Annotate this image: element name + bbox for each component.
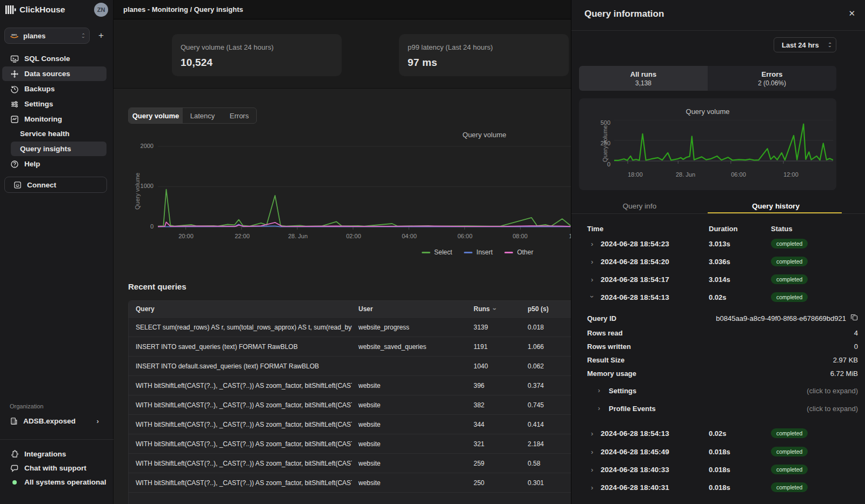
x-tick: 04:00 [394, 233, 424, 239]
tab-query-history[interactable]: Query history [708, 199, 844, 213]
toggle-all-runs[interactable]: All runs 3,138 [579, 66, 708, 91]
history-row[interactable]: › 2024-06-28 18:54:23 3.013s completed [571, 234, 865, 252]
x-tick: 12:00 [776, 171, 806, 178]
sidebar-item-data-sources[interactable]: Data sources [2, 66, 107, 81]
status-badge: completed [771, 274, 808, 284]
toggle-label: Errors [761, 70, 782, 78]
chevron-right-icon[interactable]: › [591, 239, 593, 247]
chevron-right-icon[interactable]: › [591, 275, 593, 283]
sidebar-item-label: Monitoring [24, 115, 62, 123]
query-information-panel: Query information ✕ Last 24 hrs ›› All r… [571, 0, 865, 504]
x-tick: 18:00 [620, 171, 650, 178]
stat-label: Query volume (Last 24 hours) [181, 43, 274, 51]
detail-row-profile-events[interactable]: › Profile Events (click to expand) [571, 401, 865, 415]
sidebar-item-service-health[interactable]: Service health [2, 126, 107, 141]
connect-button[interactable]: Connect [4, 177, 107, 193]
x-tick: 22:00 [227, 233, 257, 239]
history-row[interactable]: › 2024-06-28 18:40:31 0.018s completed [571, 478, 865, 496]
cell-runs: 3139 [474, 324, 488, 331]
tab-divider [571, 213, 865, 214]
y-tick: 250 [589, 140, 610, 146]
integrations-puzzle-icon [10, 449, 19, 459]
history-row[interactable]: › 2024-06-28 18:45:49 0.018s completed [571, 442, 865, 460]
cell-user: website [358, 421, 381, 428]
chart-legend: Select Insert Other [422, 248, 533, 256]
legend-label: Select [434, 248, 452, 256]
sidebar-item-monitoring[interactable]: Monitoring [2, 112, 107, 126]
detail-row-settings[interactable]: › Settings (click to expand) [571, 384, 865, 397]
detail-row-memory: Memory usage 6.72 MiB [571, 366, 865, 380]
toggle-value: 2 (0.06%) [758, 79, 786, 87]
history-time: 2024-06-28 18:40:31 [601, 483, 669, 491]
chevron-right-icon[interactable]: › [591, 429, 593, 437]
organization-item[interactable]: ADSB.exposed › [2, 414, 107, 428]
x-tick: 02:00 [338, 233, 369, 239]
mini-chart-card: Query volume Query volume 500 250 0 18:0… [579, 98, 836, 190]
chevron-right-icon[interactable]: › [591, 483, 593, 491]
cell-runs: 259 [474, 460, 484, 467]
tab-query-volume[interactable]: Query volume [129, 108, 183, 123]
cell-p50: 0.374 [528, 382, 544, 389]
sidebar-item-settings[interactable]: Settings [2, 97, 107, 111]
history-row-expanded[interactable]: › 2024-06-28 18:54:13 0.02s completed [571, 288, 865, 306]
settings-sliders-icon [10, 99, 19, 109]
legend-dash-other [504, 252, 513, 253]
recent-queries-title: Recent queries [128, 282, 187, 291]
tab-latency[interactable]: Latency [183, 108, 222, 123]
cell-p50: 0.745 [528, 401, 544, 409]
chevron-right-icon[interactable]: › [591, 447, 593, 455]
history-row[interactable]: › 2024-06-28 18:40:33 0.018s completed [571, 460, 865, 478]
chevron-down-icon[interactable]: › [588, 295, 596, 298]
cell-runs: 344 [474, 421, 484, 428]
tab-query-info[interactable]: Query info [571, 199, 708, 213]
chevron-right-icon[interactable]: › [591, 257, 593, 265]
sidebar-item-integrations[interactable]: Integrations [2, 447, 107, 461]
add-workspace-button[interactable]: + [94, 29, 108, 43]
history-col-time: Time [587, 225, 603, 233]
x-tick: 06:00 [450, 233, 480, 239]
cell-p50: 1.066 [528, 343, 544, 351]
close-icon[interactable]: ✕ [848, 9, 855, 18]
y-tick: 0 [130, 223, 154, 230]
sidebar-item-help[interactable]: Help [2, 157, 107, 171]
time-range-select[interactable]: Last 24 hrs ›› [774, 37, 836, 52]
chevron-right-icon[interactable]: › [591, 465, 593, 473]
legend-item-select[interactable]: Select [422, 248, 452, 256]
sidebar-item-label: Integrations [24, 450, 66, 458]
cell-query: SELECT sum(read_rows) AS r, sum(total_ro… [136, 324, 352, 331]
avatar[interactable]: ZN [94, 3, 108, 17]
history-time: 2024-06-28 18:45:49 [601, 447, 669, 455]
legend-item-insert[interactable]: Insert [464, 248, 493, 256]
detail-label: Rows written [587, 342, 631, 350]
cell-user: website [358, 401, 381, 409]
sidebar-item-system-status[interactable]: All systems operational [2, 475, 107, 489]
cell-query: WITH bitShiftLeft(CAST(?..), _CAST(?..))… [136, 479, 352, 487]
cell-query: WITH bitShiftLeft(CAST(?..), _CAST(?..))… [136, 421, 352, 428]
panel-title: Query information [584, 9, 664, 19]
workspace-selector[interactable]: aws planes ›› [4, 28, 90, 44]
col-runs[interactable]: Runs › [474, 305, 496, 313]
tab-errors[interactable]: Errors [222, 108, 256, 123]
history-row[interactable]: › 2024-06-28 18:54:17 3.014s completed [571, 270, 865, 288]
aws-icon: aws [10, 33, 18, 39]
history-time: 2024-06-28 18:54:20 [601, 257, 669, 265]
legend-item-other[interactable]: Other [504, 248, 533, 256]
history-row[interactable]: › 2024-06-28 18:54:13 0.02s completed [571, 424, 865, 442]
x-tick: 28. Jun [283, 233, 313, 239]
status-label: All systems operational [24, 478, 107, 486]
sidebar-item-query-insights[interactable]: Query insights [11, 142, 107, 156]
help-icon [10, 159, 19, 169]
sidebar-item-sql-console[interactable]: SQL Console [2, 51, 107, 66]
toggle-errors[interactable]: Errors 2 (0.06%) [708, 66, 836, 91]
sidebar-item-backups[interactable]: Backups [2, 82, 107, 96]
sidebar-item-chat-support[interactable]: Chat with support [2, 461, 107, 475]
history-row[interactable]: › 2024-06-28 18:54:20 3.036s completed [571, 252, 865, 270]
cell-p50: 0.414 [528, 421, 544, 428]
col-p50[interactable]: p50 (s) [528, 305, 549, 313]
sidebar-item-label: Chat with support [24, 464, 86, 472]
copy-icon[interactable] [850, 313, 858, 321]
col-query[interactable]: Query [136, 305, 352, 313]
mini-query-volume-chart[interactable] [614, 120, 833, 169]
col-user[interactable]: User [358, 305, 373, 313]
history-time: 2024-06-28 18:54:13 [601, 293, 669, 301]
